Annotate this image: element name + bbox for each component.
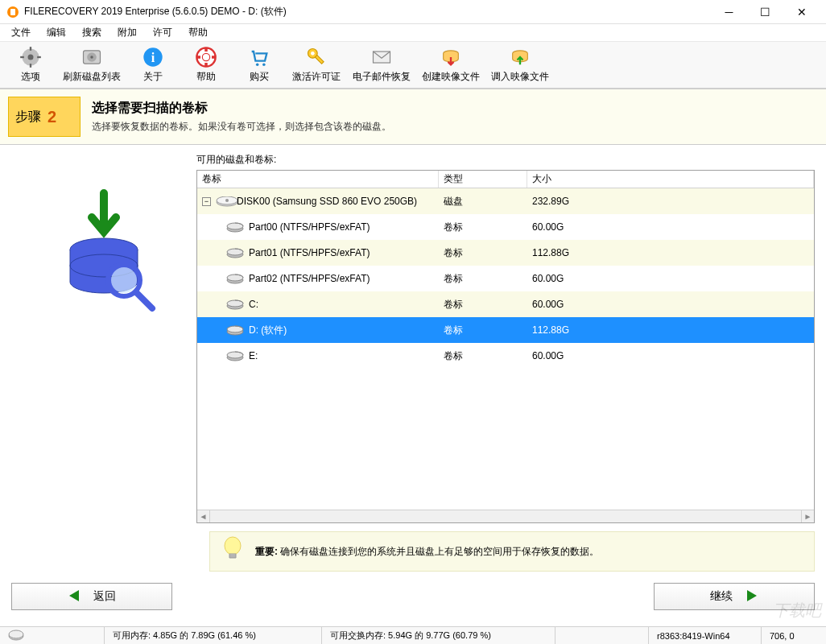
cell-type: 卷标 [439, 246, 527, 260]
toolbar-help-label: 帮助 [196, 70, 216, 84]
tree-collapse-icon[interactable]: − [202, 197, 211, 206]
toolbar-buy-button[interactable]: 购买 [235, 43, 283, 87]
lifebuoy-icon [195, 46, 217, 68]
status-memory: 可用内存: 4.85G 的 7.89G (61.46 %) [105, 627, 322, 644]
cell-size: 60.00G [527, 221, 814, 233]
table-row[interactable]: −DISK00 (Samsung SSD 860 EVO 250GB)磁盘232… [197, 188, 814, 214]
disk-refresh-icon [81, 46, 103, 68]
svg-line-28 [136, 292, 152, 308]
menu-file[interactable]: 文件 [5, 24, 37, 41]
svg-point-3 [28, 55, 34, 60]
toolbar-create-image-label: 创建映像文件 [422, 70, 480, 84]
svg-point-50 [9, 630, 23, 638]
cell-type: 卷标 [439, 298, 527, 312]
table-row[interactable]: Part02 (NTFS/HPFS/exFAT)卷标60.00G [197, 266, 814, 291]
close-button[interactable]: ✕ [783, 0, 820, 24]
status-logo [0, 627, 105, 644]
svg-text:i: i [151, 50, 155, 65]
maximize-button[interactable]: ☐ [747, 0, 783, 24]
menu-edit[interactable]: 编辑 [40, 24, 72, 41]
table-row[interactable]: Part01 (NTFS/HPFS/exFAT)卷标112.88G [197, 240, 814, 266]
menu-license[interactable]: 许可 [147, 24, 179, 41]
horizontal-scrollbar[interactable]: ◄ ► [197, 510, 814, 522]
toolbar-refresh-button[interactable]: 刷新磁盘列表 [60, 43, 124, 87]
svg-point-18 [311, 52, 315, 56]
svg-point-44 [225, 537, 241, 555]
cart-icon [248, 46, 271, 68]
cell-name: −DISK00 (Samsung SSD 860 EVO 250GB) [197, 196, 439, 207]
toolbar-email-label: 电子邮件恢复 [353, 70, 411, 84]
arrow-right-icon [744, 588, 758, 605]
content-area: 可用的磁盘和卷标: 卷标 类型 大小 −DISK00 (Samsung SSD … [0, 145, 826, 523]
envelope-icon [370, 46, 393, 68]
cell-name: E: [197, 349, 439, 363]
toolbar: 选项 刷新磁盘列表 i 关于 帮助 购买 激活许可证 电子邮件恢复 创建映像文件… [0, 42, 826, 89]
table-row[interactable]: Part00 (NTFS/HPFS/exFAT)卷标60.00G [197, 214, 814, 240]
scroll-left-icon[interactable]: ◄ [197, 510, 210, 522]
gear-icon [19, 46, 42, 68]
disk-export-icon [440, 46, 462, 68]
table-row[interactable]: E:卷标60.00G [197, 343, 814, 369]
back-button[interactable]: 返回 [11, 583, 172, 610]
th-type[interactable]: 类型 [439, 171, 527, 188]
table-row[interactable]: D: (软件)卷标112.88G [197, 317, 814, 343]
cell-name: Part01 (NTFS/HPFS/exFAT) [197, 246, 439, 260]
hint-box: 重要: 确保有磁盘连接到您的系统并且磁盘上有足够的空间用于保存恢复的数据。 [209, 531, 815, 572]
row-name-label: Part01 (NTFS/HPFS/exFAT) [249, 247, 370, 258]
menu-help[interactable]: 帮助 [182, 24, 214, 41]
cell-size: 232.89G [527, 196, 814, 207]
toolbar-options-button[interactable]: 选项 [6, 43, 55, 87]
info-icon: i [142, 46, 164, 68]
cell-type: 卷标 [439, 221, 527, 234]
cell-size: 112.88G [527, 324, 814, 336]
toolbar-buy-label: 购买 [250, 70, 269, 84]
lightbulb-icon [221, 536, 244, 568]
status-bar: 可用内存: 4.85G 的 7.89G (61.46 %) 可用交换内存: 5.… [0, 626, 826, 644]
toolbar-help-button[interactable]: 帮助 [182, 43, 230, 87]
cell-type: 卷标 [439, 272, 527, 286]
next-label: 继续 [710, 589, 733, 604]
step-text: 选择需要扫描的卷标 选择要恢复数据的卷标。如果没有卷可选择，则选择包含该卷的磁盘… [92, 100, 391, 134]
window-controls: ─ ☐ ✕ [711, 0, 820, 24]
menu-extras[interactable]: 附加 [111, 24, 143, 41]
disk-icon [216, 196, 232, 206]
svg-rect-1 [10, 9, 15, 15]
svg-marker-23 [92, 221, 116, 237]
svg-point-15 [256, 64, 259, 67]
row-name-label: C: [249, 299, 258, 310]
toolbar-create-image-button[interactable]: 创建映像文件 [419, 43, 483, 87]
next-button[interactable]: 继续 [654, 583, 815, 610]
minimize-button[interactable]: ─ [711, 0, 747, 24]
svg-point-14 [202, 53, 209, 60]
cell-type: 卷标 [439, 324, 527, 337]
svg-point-31 [225, 199, 229, 202]
svg-marker-48 [747, 590, 757, 601]
th-name[interactable]: 卷标 [197, 171, 439, 188]
pane-label: 可用的磁盘和卷标: [196, 153, 815, 167]
volume-icon [226, 323, 244, 337]
toolbar-about-button[interactable]: i 关于 [129, 43, 177, 87]
window-title: FILERECOVERY 2019 Enterprise (5.6.0.5) D… [24, 5, 711, 19]
step-label: 步骤 [15, 109, 41, 126]
volume-icon [226, 297, 244, 312]
th-size[interactable]: 大小 [527, 171, 814, 188]
row-name-label: DISK00 (Samsung SSD 860 EVO 250GB) [237, 196, 417, 207]
toolbar-refresh-label: 刷新磁盘列表 [63, 70, 121, 84]
scroll-right-icon[interactable]: ► [801, 510, 814, 522]
menu-search[interactable]: 搜索 [76, 24, 108, 41]
disk-pane: 可用的磁盘和卷标: 卷标 类型 大小 −DISK00 (Samsung SSD … [196, 153, 815, 523]
cell-name: Part02 (NTFS/HPFS/exFAT) [197, 271, 439, 286]
step-badge: 步骤 2 [8, 97, 81, 137]
table-row[interactable]: C:卷标60.00G [197, 291, 814, 317]
volume-icon [226, 246, 244, 260]
volume-icon [226, 271, 244, 286]
volume-icon [226, 349, 244, 363]
scan-illustration [11, 153, 196, 523]
toolbar-load-image-button[interactable]: 调入映像文件 [488, 43, 552, 87]
hint-body: 确保有磁盘连接到您的系统并且磁盘上有足够的空间用于保存恢复的数据。 [280, 546, 599, 557]
step-subtitle: 选择要恢复数据的卷标。如果没有卷可选择，则选择包含该卷的磁盘。 [92, 120, 391, 134]
toolbar-activate-button[interactable]: 激活许可证 [288, 43, 345, 87]
toolbar-email-button[interactable]: 电子邮件恢复 [349, 43, 414, 87]
cell-type: 磁盘 [439, 195, 527, 208]
status-spacer [555, 627, 649, 644]
